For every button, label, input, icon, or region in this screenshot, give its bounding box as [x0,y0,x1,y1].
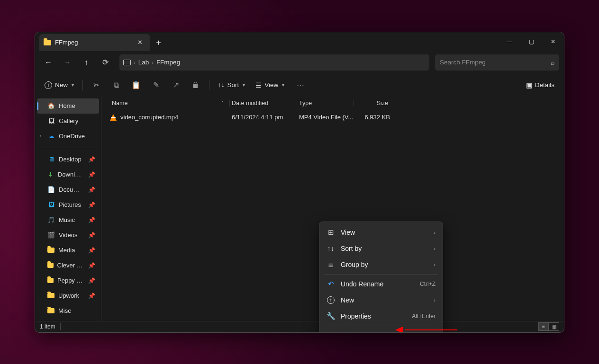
file-list-area[interactable]: Name ˄ Date modified Type Size video_cor… [101,97,564,321]
file-date: 6/11/2024 4:11 pm [230,114,297,121]
sidebar-label: OneDrive [59,133,85,140]
sidebar-item-home[interactable]: 🏠 Home [37,98,99,114]
ctx-undo-label: Undo Rename [341,280,383,288]
wrench-icon: 🔧 [327,312,335,320]
sidebar-item-desktop[interactable]: 🖥 Desktop 📌 [37,152,99,167]
more-button[interactable]: ⋯ [290,77,311,93]
sidebar-item-videos[interactable]: 🎬 Videos 📌 [37,228,99,243]
sidebar-item-documents[interactable]: 📄 Documents 📌 [37,182,99,197]
column-date[interactable]: Date modified [230,100,297,107]
separator [324,274,438,275]
download-icon: ⬇ [47,171,54,178]
column-name[interactable]: Name ˄ [110,100,230,107]
file-row[interactable]: video_corrupted.mp4 6/11/2024 4:11 pm MP… [101,110,564,125]
column-type[interactable]: Type [297,100,354,107]
breadcrumb-ffmpeg[interactable]: FFmpeg [156,59,180,66]
maximize-button[interactable]: ▢ [520,32,542,51]
separator [209,80,209,90]
column-headers: Name ˄ Date modified Type Size [101,97,564,110]
sidebar-item-onedrive[interactable]: › ☁ OneDrive [37,129,99,144]
cut-button[interactable]: ✂ [87,77,106,93]
sidebar-label: Media [58,247,75,254]
ctx-sortby-label: Sort by [341,245,362,252]
chevron-right-icon: › [152,60,154,65]
list-icon: ☰ [255,81,262,89]
separator [324,326,438,326]
chevron-right-icon[interactable]: › [40,133,41,139]
column-date-label: Date modified [232,100,268,107]
minimize-button[interactable]: — [499,32,520,51]
forward-button[interactable]: → [59,54,76,71]
up-button[interactable]: ↑ [78,54,95,71]
rename-button[interactable]: ✎ [146,77,165,93]
ctx-sortby[interactable]: ↑↓ Sort by › [322,240,440,257]
ctx-undo[interactable]: ↶ Undo Rename Ctrl+Z [322,276,440,292]
sidebar-label: Upwork [58,292,79,299]
back-button[interactable]: ← [40,54,57,71]
paste-button[interactable]: 📋 [127,77,145,93]
grid-icon: ⊞ [327,228,335,237]
chevron-down-icon: ▾ [72,82,74,88]
ctx-properties[interactable]: 🔧 Properties Alt+Enter [322,308,440,324]
breadcrumb-lab[interactable]: Lab [138,59,149,66]
ctx-open-terminal[interactable]: ⧉ Open in Terminal [322,328,440,333]
sort-icon: ↑↓ [327,244,335,252]
sidebar-label: Pictures [59,201,81,208]
chevron-right-icon: › [434,246,436,251]
sort-label: Sort [227,81,239,89]
sidebar-label: Desktop [59,156,82,163]
plus-circle-icon: + [45,81,52,89]
pictures-icon: 🖼 [47,201,55,209]
sidebar-item-music[interactable]: 🎵 Music 📌 [37,213,99,228]
sort-asc-icon: ˄ [221,101,224,106]
chevron-right-icon: › [434,262,436,267]
toolbar: + New ▾ ✂ ⧉ 📋 ✎ ↗ 🗑 ↑↓ Sort ▾ ☰ View ▾ ⋯… [35,74,564,97]
new-tab-button[interactable]: ＋ [150,34,166,51]
sidebar-item-upwork[interactable]: Upwork 📌 [37,288,99,303]
content-area: 🏠 Home 🖼 Gallery › ☁ OneDrive 🖥 Desktop … [35,97,564,321]
search-input[interactable]: Search FFmpeg ⌕ [435,54,559,71]
large-icons-toggle[interactable]: ▦ [549,322,559,331]
tab-close-button[interactable]: ✕ [134,37,145,48]
videos-icon: 🎬 [47,231,55,239]
sidebar-label: Music [59,216,75,223]
chevron-right-icon: › [434,297,436,303]
sidebar-item-media[interactable]: Media 📌 [37,243,99,258]
vlc-file-icon [110,114,117,121]
share-button[interactable]: ↗ [166,77,185,93]
sidebar-item-misc[interactable]: Misc [37,303,99,319]
sidebar-item-pictures[interactable]: 🖼 Pictures 📌 [37,197,99,213]
close-button[interactable]: ✕ [542,32,564,51]
delete-button[interactable]: 🗑 [186,77,205,93]
column-size[interactable]: Size [354,100,390,107]
sidebar-item-downloads[interactable]: ⬇ Downloads 📌 [37,167,99,182]
cloud-icon: ☁ [47,133,55,140]
ctx-groupby[interactable]: ≣ Group by › [322,257,440,273]
pin-icon: 📌 [88,247,95,254]
sidebar-item-peppy[interactable]: Peppy Pals 📌 [37,273,99,288]
ctx-terminal-label: Open in Terminal [341,332,391,333]
ctx-new[interactable]: + New › [322,292,440,308]
address-bar[interactable]: › Lab › FFmpeg [119,54,429,71]
plus-circle-icon: + [327,296,335,304]
view-button[interactable]: ☰ View ▾ [251,77,289,93]
refresh-button[interactable]: ⟳ [97,54,114,71]
home-icon: 🏠 [47,102,55,110]
tab-ffmpeg[interactable]: FFmpeg ✕ [39,34,150,51]
this-pc-icon [123,60,131,65]
sidebar-label: Clever Files [57,262,84,269]
details-button[interactable]: ▣ Details [521,77,559,93]
pin-icon: 📌 [88,202,95,208]
explorer-window: FFmpeg ✕ ＋ — ▢ ✕ ← → ↑ ⟳ › Lab › FFmpeg … [35,32,564,333]
new-button[interactable]: + New ▾ [40,77,79,93]
ctx-view[interactable]: ⊞ View › [322,224,440,240]
details-view-toggle[interactable]: ≡ [538,322,549,331]
sort-button[interactable]: ↑↓ Sort ▾ [213,77,250,93]
titlebar: FFmpeg ✕ ＋ — ▢ ✕ [35,32,564,51]
window-controls: — ▢ ✕ [499,32,564,51]
sidebar: 🏠 Home 🖼 Gallery › ☁ OneDrive 🖥 Desktop … [35,97,101,321]
copy-button[interactable]: ⧉ [107,77,126,93]
sidebar-item-cleverfiles[interactable]: Clever Files 📌 [37,258,99,273]
sidebar-item-gallery[interactable]: 🖼 Gallery [37,114,99,129]
column-name-label: Name [112,100,127,107]
